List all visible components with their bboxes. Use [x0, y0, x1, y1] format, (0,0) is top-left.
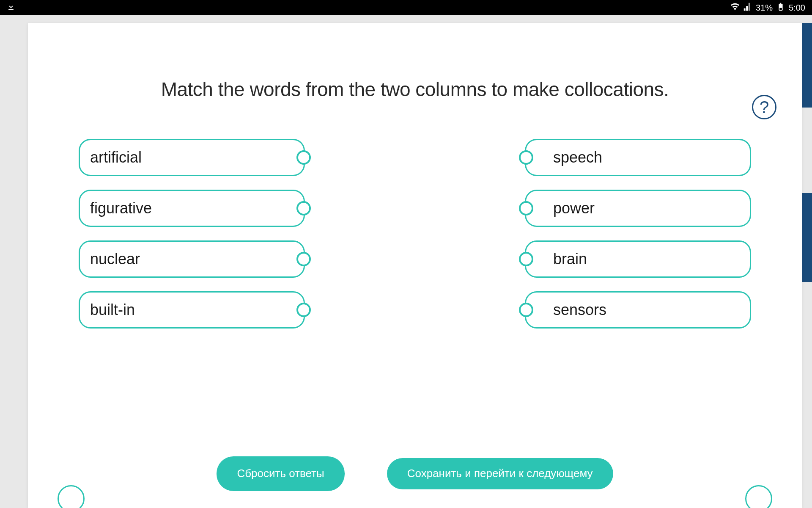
- word-item-right-2[interactable]: brain: [525, 240, 751, 278]
- status-bar: 31% 5:00: [0, 0, 812, 15]
- word-label: power: [553, 199, 595, 217]
- word-item-right-3[interactable]: sensors: [525, 291, 751, 329]
- status-left: [7, 3, 15, 13]
- word-item-right-0[interactable]: speech: [525, 139, 751, 176]
- status-right: 31% 5:00: [730, 2, 805, 14]
- connector-icon[interactable]: [296, 201, 311, 215]
- word-item-left-2[interactable]: nuclear: [79, 240, 305, 278]
- help-button[interactable]: ?: [752, 95, 776, 119]
- signal-icon: [743, 2, 752, 14]
- wifi-icon: [730, 2, 740, 14]
- word-label: figurative: [90, 199, 152, 217]
- word-item-left-1[interactable]: figurative: [79, 190, 305, 227]
- content-card: Match the words from the two columns to …: [28, 23, 802, 508]
- left-column: artificial figurative nuclear built-in: [79, 139, 305, 329]
- right-column: speech power brain sensors: [525, 139, 751, 329]
- battery-percent: 31%: [756, 3, 773, 13]
- connector-icon[interactable]: [296, 150, 311, 165]
- word-item-left-3[interactable]: built-in: [79, 291, 305, 329]
- battery-icon: [776, 2, 785, 14]
- status-time: 5:00: [789, 3, 805, 13]
- word-label: built-in: [90, 301, 135, 319]
- word-label: sensors: [553, 301, 606, 319]
- word-label: brain: [553, 250, 587, 268]
- columns-container: artificial figurative nuclear built-in: [28, 101, 802, 329]
- word-item-left-0[interactable]: artificial: [79, 139, 305, 176]
- button-row: Сбросить ответы Сохранить и перейти к сл…: [28, 456, 802, 491]
- connector-icon[interactable]: [519, 201, 533, 215]
- connector-icon[interactable]: [296, 303, 311, 317]
- reset-button[interactable]: Сбросить ответы: [217, 456, 344, 491]
- word-label: nuclear: [90, 250, 140, 268]
- connector-icon[interactable]: [519, 252, 533, 266]
- word-label: artificial: [90, 149, 142, 166]
- main-container: Match the words from the two columns to …: [0, 15, 812, 508]
- word-item-right-1[interactable]: power: [525, 190, 751, 227]
- save-next-button[interactable]: Сохранить и перейти к следующему: [387, 458, 613, 489]
- question-title: Match the words from the two columns to …: [28, 23, 802, 101]
- download-icon: [7, 3, 15, 13]
- connector-icon[interactable]: [519, 150, 533, 165]
- word-label: speech: [553, 149, 602, 166]
- connector-icon[interactable]: [296, 252, 311, 266]
- connector-icon[interactable]: [519, 303, 533, 317]
